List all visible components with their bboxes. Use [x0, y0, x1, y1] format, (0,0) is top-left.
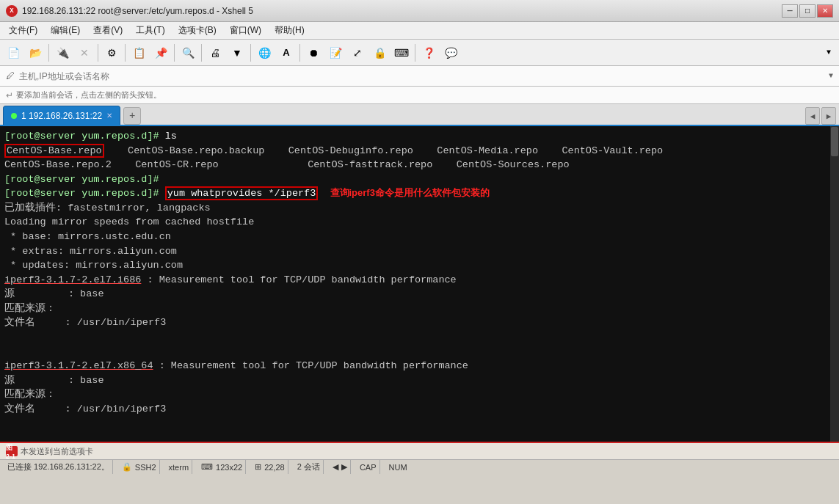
output-12: 源 : base [4, 288, 104, 299]
hint-bar: ↵ 要添加当前会话，点击左侧的箭头按钮。 [0, 87, 839, 104]
terminal-scroll-thumb[interactable] [831, 127, 838, 156]
terminal-line-14: 文件名 : /usr/bin/iperf3 [4, 315, 826, 330]
address-icon: 🖊 [6, 70, 15, 81]
bottom-icon: 图2-1 [6, 446, 18, 456]
chat-button[interactable]: 💬 [440, 43, 461, 63]
caps-text: CAP [360, 463, 377, 472]
paste-button[interactable]: 📌 [150, 43, 171, 63]
tab-status-dot [11, 113, 17, 119]
terminal-line-2: CentOS-Base.repo CentOS-Base.repo.backup… [4, 144, 826, 158]
close-button[interactable]: ✕ [817, 4, 833, 18]
iperf3-x86-underline: iperf3-3.1.7-2.el7.x86_64 [4, 360, 153, 371]
annotation-space [318, 188, 330, 199]
output-18-suffix: : Measurement tool for TCP/UDP bandwidth… [153, 360, 468, 371]
record-button[interactable]: ⏺ [303, 43, 324, 63]
print-options-button[interactable]: ▼ [227, 43, 247, 63]
pos-icon: ⊞ [255, 462, 261, 472]
address-input[interactable] [19, 71, 824, 81]
output-20: 匹配来源： [4, 389, 56, 400]
menu-bar: 文件(F) 编辑(E) 查看(V) 工具(T) 选项卡(B) 窗口(W) 帮助(… [0, 22, 839, 40]
title-bar: X 192.168.26.131:22 root@server:/etc/yum… [0, 0, 839, 22]
menu-file[interactable]: 文件(F) [3, 23, 43, 38]
bottom-bar: 图2-1 本发送到当前选项卡 [0, 442, 839, 459]
print-button[interactable]: 🖨 [205, 43, 225, 63]
status-term: xterm [166, 460, 193, 474]
terminal-line-18: iperf3-3.1.7-2.el7.x86_64 : Measurement … [4, 359, 826, 373]
menu-view[interactable]: 查看(V) [87, 23, 128, 38]
keyboard-button[interactable]: ⌨ [391, 43, 412, 63]
globe-button[interactable]: 🌐 [254, 43, 275, 63]
pos-text: 22,28 [264, 463, 285, 472]
title-bar-controls: ─ □ ✕ [782, 4, 833, 18]
protocol-text: SSH2 [135, 463, 156, 472]
toolbar-end-btn[interactable]: ▼ [821, 43, 836, 63]
address-bar: 🖊 ▼ [0, 66, 839, 87]
copy-button[interactable]: 📋 [128, 43, 149, 63]
connect-button[interactable]: 🔌 [52, 43, 73, 63]
output-10: * updates: mirrors.aliyun.com [4, 260, 183, 271]
status-num: NUM [386, 460, 410, 474]
annotation-text: 查询iperf3命令是用什么软件包安装的 [330, 187, 490, 198]
title-bar-left: X 192.168.26.131:22 root@server:/etc/yum… [6, 5, 253, 17]
terminal-line-1: [root@server yum.repos.d]# ls [4, 129, 826, 144]
terminal-line-5: [root@server yum.repos.d]# yum whatprovi… [4, 186, 826, 201]
maximize-button[interactable]: □ [799, 4, 816, 18]
tab-prev-button[interactable]: ◀ [805, 107, 820, 125]
output-6: 已加载插件: fastestmirror, langpacks [4, 202, 211, 213]
toolbar-separator-4 [174, 44, 175, 62]
output-19: 源 : base [4, 375, 104, 386]
terminal-line-9: * extras: mirrors.aliyun.com [4, 244, 826, 259]
terminal-line-8: * base: mirrors.ustc.edu.cn [4, 230, 826, 244]
app-icon: X [6, 5, 18, 17]
output-11-suffix: : Measurement tool for TCP/UDP bandwidth… [141, 274, 456, 285]
protocol-icon: 🔒 [122, 462, 132, 472]
output-13: 匹配来源： [4, 303, 56, 314]
lock-button[interactable]: 🔒 [369, 43, 390, 63]
tab-next-button[interactable]: ▶ [821, 107, 836, 125]
script-button[interactable]: 📝 [325, 43, 346, 63]
address-dropdown-icon[interactable]: ▼ [829, 72, 833, 80]
title-text: 192.168.26.131:22 root@server:/etc/yum.r… [22, 6, 253, 16]
toolbar-separator-1 [48, 44, 49, 62]
nav-right-icon[interactable]: ▶ [341, 462, 347, 472]
tab-bar: 1 192.168.26.131:22 ✕ + ◀ ▶ [0, 104, 839, 126]
minimize-button[interactable]: ─ [782, 4, 798, 18]
terminal-line-10: * updates: mirrors.aliyun.com [4, 258, 826, 273]
terminal-line-12: 源 : base [4, 287, 826, 302]
menu-help[interactable]: 帮助(H) [269, 23, 310, 38]
tab-active[interactable]: 1 192.168.26.131:22 ✕ [3, 106, 120, 125]
bottom-text: 本发送到当前选项卡 [21, 446, 93, 457]
terminal[interactable]: [root@server yum.repos.d]# ls CentOS-Bas… [0, 126, 839, 442]
menu-tools[interactable]: 工具(T) [130, 23, 170, 38]
terminal-line-4: [root@server yum.repos.d]# [4, 172, 826, 187]
menu-tabs[interactable]: 选项卡(B) [172, 23, 222, 38]
status-pos: ⊞ 22,28 [252, 460, 288, 474]
sessions-text: 2 会话 [297, 461, 320, 472]
new-button[interactable]: 📄 [3, 43, 23, 63]
disconnect-button[interactable]: ✕ [74, 43, 95, 63]
status-nav: ◀ ▶ [330, 460, 351, 474]
search-button[interactable]: 🔍 [178, 43, 198, 63]
help-button[interactable]: ❓ [418, 43, 439, 63]
toolbar-separator-7 [299, 44, 300, 62]
terminal-line-11: iperf3-3.1.7-2.el7.i686 : Measurement to… [4, 273, 826, 288]
tab-label: 1 192.168.26.131:22 [21, 111, 102, 121]
font-button[interactable]: A [276, 43, 297, 63]
output-21: 文件名 : /usr/bin/iperf3 [4, 403, 166, 414]
menu-edit[interactable]: 编辑(E) [45, 23, 86, 38]
tab-add-button[interactable]: + [123, 107, 141, 125]
terminal-line-15 [4, 330, 826, 345]
menu-window[interactable]: 窗口(W) [224, 23, 267, 38]
status-caps: CAP [357, 460, 380, 474]
terminal-scrollbar[interactable] [830, 126, 839, 442]
nav-left-icon[interactable]: ◀ [333, 462, 338, 472]
terminal-line-6: 已加载插件: fastestmirror, langpacks [4, 201, 826, 216]
status-bar: 已连接 192.168.26.131:22。 🔒 SSH2 xterm ⌨ 12… [0, 459, 839, 474]
prompt-3: [root@server yum.repos.d]# [4, 188, 165, 199]
tab-close-icon[interactable]: ✕ [106, 112, 112, 120]
status-sessions: 2 会话 [294, 460, 324, 474]
toolbar: 📄 📂 🔌 ✕ ⚙ 📋 📌 🔍 🖨 ▼ 🌐 A ⏺ 📝 ⤢ 🔒 ⌨ ❓ 💬 ▼ [0, 40, 839, 66]
properties-button[interactable]: ⚙ [101, 43, 122, 63]
expand-button[interactable]: ⤢ [347, 43, 368, 63]
open-button[interactable]: 📂 [25, 43, 46, 63]
